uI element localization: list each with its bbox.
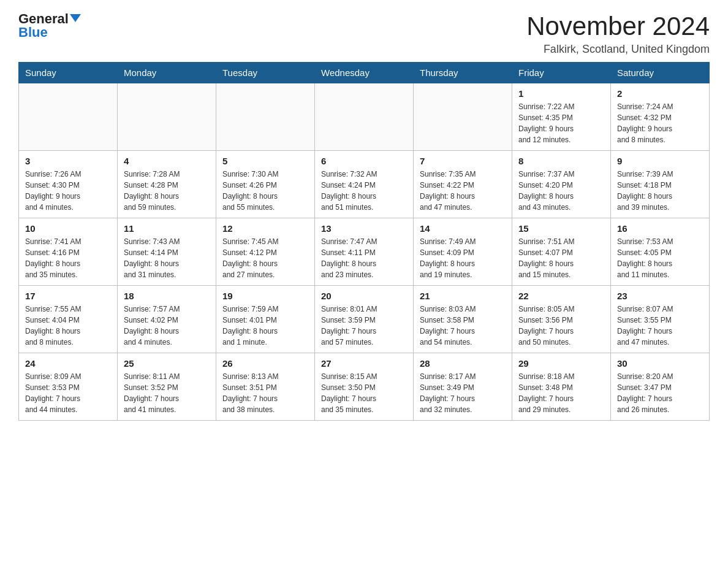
page-header: General Blue November 2024 Falkirk, Scot… (18, 12, 710, 56)
calendar-cell: 16Sunrise: 7:53 AMSunset: 4:05 PMDayligh… (611, 218, 710, 286)
header-monday: Monday (118, 63, 216, 83)
day-info: Sunrise: 8:05 AMSunset: 3:56 PMDaylight:… (518, 304, 604, 348)
calendar-cell (216, 83, 315, 151)
calendar-cell: 1Sunrise: 7:22 AMSunset: 4:35 PMDaylight… (512, 83, 611, 151)
day-number: 10 (25, 223, 111, 234)
calendar-cell (414, 83, 512, 151)
calendar-cell: 11Sunrise: 7:43 AMSunset: 4:14 PMDayligh… (118, 218, 216, 286)
day-number: 29 (518, 358, 604, 369)
day-info: Sunrise: 7:49 AMSunset: 4:09 PMDaylight:… (420, 236, 506, 280)
day-number: 12 (222, 223, 308, 234)
day-number: 19 (222, 291, 308, 301)
calendar-cell: 17Sunrise: 7:55 AMSunset: 4:04 PMDayligh… (19, 286, 118, 353)
day-number: 23 (617, 291, 703, 301)
day-info: Sunrise: 7:59 AMSunset: 4:01 PMDaylight:… (222, 304, 308, 348)
day-number: 2 (617, 88, 703, 99)
day-info: Sunrise: 8:20 AMSunset: 3:47 PMDaylight:… (617, 371, 703, 415)
day-number: 8 (518, 156, 604, 166)
day-number: 18 (124, 291, 210, 301)
day-number: 26 (222, 358, 308, 369)
day-info: Sunrise: 8:18 AMSunset: 3:48 PMDaylight:… (518, 371, 604, 415)
day-number: 25 (124, 358, 210, 369)
day-info: Sunrise: 7:26 AMSunset: 4:30 PMDaylight:… (25, 169, 111, 213)
calendar-cell: 9Sunrise: 7:39 AMSunset: 4:18 PMDaylight… (611, 151, 710, 218)
day-info: Sunrise: 8:07 AMSunset: 3:55 PMDaylight:… (617, 304, 703, 348)
day-info: Sunrise: 8:15 AMSunset: 3:50 PMDaylight:… (321, 371, 407, 415)
calendar-cell (315, 83, 414, 151)
header-tuesday: Tuesday (216, 63, 315, 83)
day-info: Sunrise: 7:39 AMSunset: 4:18 PMDaylight:… (617, 169, 703, 213)
calendar-cell: 6Sunrise: 7:32 AMSunset: 4:24 PMDaylight… (315, 151, 414, 218)
day-info: Sunrise: 7:28 AMSunset: 4:28 PMDaylight:… (124, 169, 210, 213)
day-number: 21 (420, 291, 506, 301)
day-number: 3 (25, 156, 111, 166)
day-info: Sunrise: 7:30 AMSunset: 4:26 PMDaylight:… (222, 169, 308, 213)
day-number: 13 (321, 223, 407, 234)
month-title: November 2024 (526, 12, 710, 40)
calendar-cell: 20Sunrise: 8:01 AMSunset: 3:59 PMDayligh… (315, 286, 414, 353)
calendar-cell: 19Sunrise: 7:59 AMSunset: 4:01 PMDayligh… (216, 286, 315, 353)
day-info: Sunrise: 7:47 AMSunset: 4:11 PMDaylight:… (321, 236, 407, 280)
day-number: 11 (124, 223, 210, 234)
calendar-table: SundayMondayTuesdayWednesdayThursdayFrid… (18, 62, 710, 421)
day-number: 7 (420, 156, 506, 166)
calendar-cell: 2Sunrise: 7:24 AMSunset: 4:32 PMDaylight… (611, 83, 710, 151)
day-number: 24 (25, 358, 111, 369)
day-number: 15 (518, 223, 604, 234)
day-info: Sunrise: 7:53 AMSunset: 4:05 PMDaylight:… (617, 236, 703, 280)
day-info: Sunrise: 8:13 AMSunset: 3:51 PMDaylight:… (222, 371, 308, 415)
calendar-cell: 27Sunrise: 8:15 AMSunset: 3:50 PMDayligh… (315, 353, 414, 421)
day-number: 5 (222, 156, 308, 166)
calendar-cell: 25Sunrise: 8:11 AMSunset: 3:52 PMDayligh… (118, 353, 216, 421)
logo-blue-text: Blue (18, 26, 48, 39)
calendar-week-row: 24Sunrise: 8:09 AMSunset: 3:53 PMDayligh… (19, 353, 710, 421)
day-info: Sunrise: 7:35 AMSunset: 4:22 PMDaylight:… (420, 169, 506, 213)
day-number: 22 (518, 291, 604, 301)
day-number: 1 (518, 88, 604, 99)
calendar-cell: 15Sunrise: 7:51 AMSunset: 4:07 PMDayligh… (512, 218, 611, 286)
day-info: Sunrise: 8:17 AMSunset: 3:49 PMDaylight:… (420, 371, 506, 415)
calendar-week-row: 1Sunrise: 7:22 AMSunset: 4:35 PMDaylight… (19, 83, 710, 151)
logo: General Blue (18, 12, 81, 39)
calendar-cell: 28Sunrise: 8:17 AMSunset: 3:49 PMDayligh… (414, 353, 512, 421)
calendar-cell: 10Sunrise: 7:41 AMSunset: 4:16 PMDayligh… (19, 218, 118, 286)
day-info: Sunrise: 8:09 AMSunset: 3:53 PMDaylight:… (25, 371, 111, 415)
calendar-cell: 29Sunrise: 8:18 AMSunset: 3:48 PMDayligh… (512, 353, 611, 421)
day-number: 20 (321, 291, 407, 301)
logo-general-text: General (18, 12, 69, 26)
header-saturday: Saturday (611, 63, 710, 83)
day-number: 30 (617, 358, 703, 369)
title-block: November 2024 Falkirk, Scotland, United … (526, 12, 710, 56)
header-wednesday: Wednesday (315, 63, 414, 83)
calendar-week-row: 3Sunrise: 7:26 AMSunset: 4:30 PMDaylight… (19, 151, 710, 218)
calendar-header-row: SundayMondayTuesdayWednesdayThursdayFrid… (19, 63, 710, 83)
day-number: 9 (617, 156, 703, 166)
calendar-cell (118, 83, 216, 151)
calendar-cell: 23Sunrise: 8:07 AMSunset: 3:55 PMDayligh… (611, 286, 710, 353)
day-number: 16 (617, 223, 703, 234)
day-number: 14 (420, 223, 506, 234)
calendar-cell: 7Sunrise: 7:35 AMSunset: 4:22 PMDaylight… (414, 151, 512, 218)
calendar-cell: 30Sunrise: 8:20 AMSunset: 3:47 PMDayligh… (611, 353, 710, 421)
day-info: Sunrise: 8:11 AMSunset: 3:52 PMDaylight:… (124, 371, 210, 415)
day-info: Sunrise: 8:03 AMSunset: 3:58 PMDaylight:… (420, 304, 506, 348)
calendar-cell: 18Sunrise: 7:57 AMSunset: 4:02 PMDayligh… (118, 286, 216, 353)
calendar-cell: 3Sunrise: 7:26 AMSunset: 4:30 PMDaylight… (19, 151, 118, 218)
day-info: Sunrise: 7:57 AMSunset: 4:02 PMDaylight:… (124, 304, 210, 348)
day-info: Sunrise: 7:43 AMSunset: 4:14 PMDaylight:… (124, 236, 210, 280)
header-sunday: Sunday (19, 63, 118, 83)
day-number: 17 (25, 291, 111, 301)
calendar-cell: 26Sunrise: 8:13 AMSunset: 3:51 PMDayligh… (216, 353, 315, 421)
day-info: Sunrise: 7:55 AMSunset: 4:04 PMDaylight:… (25, 304, 111, 348)
calendar-cell: 8Sunrise: 7:37 AMSunset: 4:20 PMDaylight… (512, 151, 611, 218)
day-info: Sunrise: 7:22 AMSunset: 4:35 PMDaylight:… (518, 101, 604, 145)
calendar-cell: 14Sunrise: 7:49 AMSunset: 4:09 PMDayligh… (414, 218, 512, 286)
calendar-week-row: 10Sunrise: 7:41 AMSunset: 4:16 PMDayligh… (19, 218, 710, 286)
day-info: Sunrise: 7:51 AMSunset: 4:07 PMDaylight:… (518, 236, 604, 280)
calendar-cell: 24Sunrise: 8:09 AMSunset: 3:53 PMDayligh… (19, 353, 118, 421)
day-number: 28 (420, 358, 506, 369)
day-info: Sunrise: 7:32 AMSunset: 4:24 PMDaylight:… (321, 169, 407, 213)
calendar-cell: 4Sunrise: 7:28 AMSunset: 4:28 PMDaylight… (118, 151, 216, 218)
location-text: Falkirk, Scotland, United Kingdom (526, 43, 710, 56)
day-info: Sunrise: 8:01 AMSunset: 3:59 PMDaylight:… (321, 304, 407, 348)
